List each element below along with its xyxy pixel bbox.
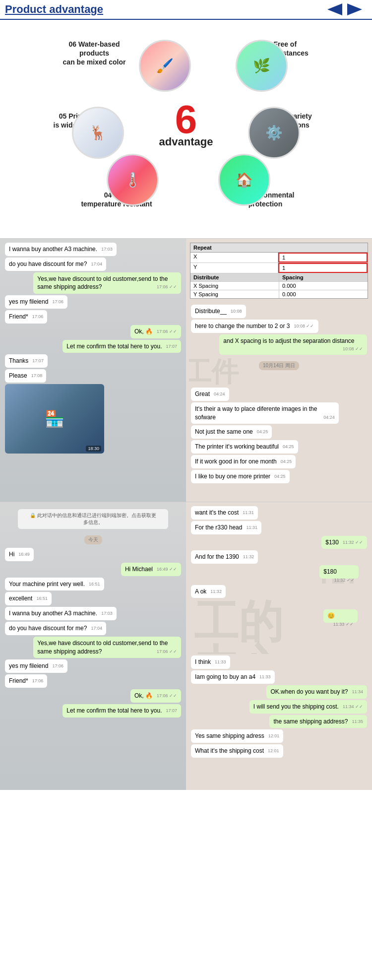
msg: Friend*17:06: [5, 310, 47, 324]
msg: Not just the same one04:25: [191, 425, 272, 439]
msg: It's their a way to place diferente imag…: [191, 402, 339, 424]
msg: want it's the cost11:31: [191, 506, 258, 520]
msg: yes my fileiend17:06: [5, 659, 67, 673]
msg: Iam going to buy an a411:33: [191, 670, 275, 684]
msg: $13011:32 ✓✓: [321, 536, 367, 549]
sw-repeat-panel: Repeat X 1 Y 1 Distribute Spacing X Spac…: [190, 243, 368, 299]
msg: Your machine print very well.16:51: [5, 578, 104, 591]
msg: Distribute__10:08: [191, 305, 246, 318]
msg: For the r330 head11:31: [191, 521, 261, 534]
msg: Yes,we have discount to old customer,sen…: [33, 272, 181, 294]
msg: Friend*17:06: [5, 674, 47, 688]
chat-panel-1-left: I wanna buy another A3 machine.17:03 do …: [0, 239, 186, 502]
msg: Ok, 🔥17:06 ✓✓: [130, 325, 181, 338]
msg: 😊11:33 ✓✓: [323, 609, 365, 627]
msg: I wanna buy another A3 machine.17:03: [5, 243, 117, 256]
msg: Great04:24: [191, 388, 229, 401]
msg: Hi16:49: [5, 548, 34, 561]
circle-04: 🌡️: [107, 154, 159, 206]
msg: If it work good in for one month04:25: [191, 455, 296, 468]
msg: OK.when do you want buy it?11:34: [266, 685, 367, 699]
msg: Let me confirm the total here to you.17:…: [62, 704, 181, 718]
msg: yes my fileiend17:06: [5, 295, 67, 309]
msg: Yes same shipping adress12:01: [191, 729, 283, 743]
msg: Thanks17:07: [5, 354, 48, 368]
circle-02: ⚙️: [248, 107, 300, 159]
center-text: advantage: [159, 135, 213, 148]
advantage-section: 06 Water-based productscan be mixed colo…: [0, 20, 372, 238]
msg: I will send you the shipping cost.11:34 …: [249, 700, 367, 714]
svg-marker-0: [327, 3, 342, 15]
chat-row-1: I wanna buy another A3 machine.17:03 do …: [0, 238, 372, 502]
chat-row-2: 🔒 此对话中的信息和通话已进行端到端加密。点击获取更多信息。 今天 Hi16:4…: [0, 502, 372, 790]
msg: $18011:32 ✓✓: [319, 565, 359, 579]
center-badge: 6 advantage: [159, 100, 213, 148]
msg: do you have discount for me?17:04: [5, 622, 106, 635]
arrow-right-icon: [347, 3, 367, 15]
msg: A ok11:32: [191, 585, 226, 598]
circle-01: 🌿: [236, 40, 288, 92]
msg: I like to buy one more printer04:25: [191, 470, 290, 483]
chat-panel-2-right: want it's the cost11:31 For the r330 hea…: [186, 502, 372, 790]
header-icons: [322, 3, 367, 15]
today-divider: 今天: [84, 535, 102, 544]
page-title: Product advantage: [5, 3, 103, 16]
msg: Yes,we have discount to old customer,sen…: [33, 637, 181, 658]
page-header: Product advantage: [0, 0, 372, 20]
circle-05: 🦌: [72, 107, 124, 159]
msg: Ok, 🔥17:06 ✓✓: [130, 689, 181, 703]
msg: do you have discount for me?17:04: [5, 258, 106, 271]
date-watermark-section: 工件 10月14日 周日: [189, 356, 369, 386]
chat-messages-2-left: 🔒 此对话中的信息和通话已进行端到端加密。点击获取更多信息。 今天 Hi16:4…: [0, 502, 186, 721]
circle-03: 🏠: [218, 154, 270, 206]
watermark-section: 工的内心只有一 😊11:33 ✓✓: [189, 599, 369, 654]
right-panel-messages-2: want it's the cost11:31 For the r330 hea…: [186, 502, 372, 762]
msg-180-wrapper: 的内心只有一 $18011:32 ✓✓: [319, 565, 367, 583]
chat-messages-1-left: I wanna buy another A3 machine.17:03 do …: [0, 239, 186, 457]
arrow-left-icon: [322, 3, 342, 15]
msg: here to change the number to 2 or 310:08…: [191, 320, 318, 333]
chat-panel-1-right: Repeat X 1 Y 1 Distribute Spacing X Spac…: [186, 239, 372, 502]
center-number: 6: [159, 100, 213, 139]
msg: and X spacing is to adjust the separatio…: [219, 334, 367, 355]
msg: Please17:08: [5, 369, 46, 383]
msg: The printer it's working beautiful04:25: [191, 440, 298, 454]
encrypt-notice: 🔒 此对话中的信息和通话已进行端到端加密。点击获取更多信息。: [18, 509, 168, 529]
hexagon-container: 06 Water-based productscan be mixed colo…: [47, 30, 325, 218]
msg: I think11:33: [191, 655, 230, 669]
msg: Let me confirm the total here to you.17:…: [62, 340, 181, 353]
svg-marker-1: [347, 3, 362, 15]
msg: I wanna buy another A3 machine.17:03: [5, 607, 117, 620]
chat-image: 🏪 18:30: [5, 384, 104, 454]
chat-panel-2-left: 🔒 此对话中的信息和通话已进行端到端加密。点击获取更多信息。 今天 Hi16:4…: [0, 502, 186, 790]
msg: What it's the shipping cost12:01: [191, 744, 283, 758]
msg: the same shipping address?11:35: [269, 715, 367, 728]
msg: excellent16:51: [5, 592, 52, 605]
msg: And for the 139011:32: [191, 550, 258, 564]
msg: Hi Michael16:49 ✓✓: [121, 563, 181, 576]
advantage-label-06: 06 Water-based productscan be mixed colo…: [57, 40, 131, 67]
right-panel-messages-1: Distribute__10:08 here to change the num…: [186, 301, 372, 487]
circle-06: 🖌️: [139, 40, 191, 92]
